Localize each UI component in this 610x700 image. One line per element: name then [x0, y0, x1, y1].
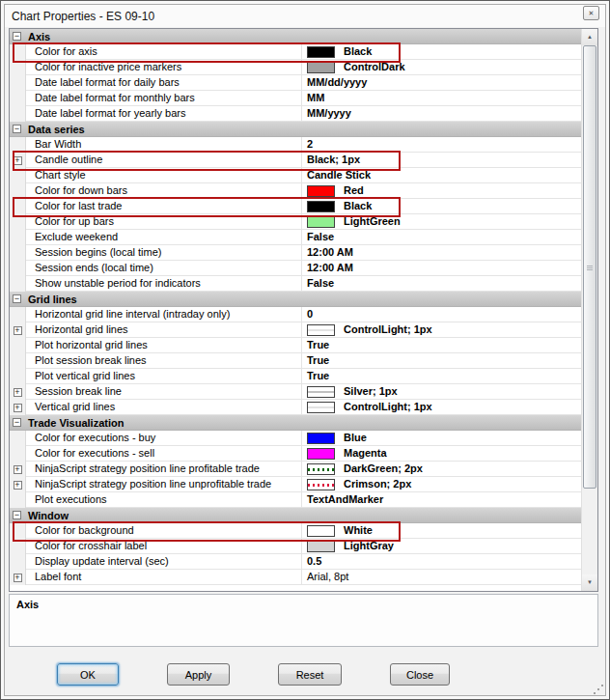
row-indent: [10, 307, 26, 322]
property-value[interactable]: Candle Stick: [302, 168, 581, 183]
property-row[interactable]: Color for down barsRed: [10, 183, 581, 199]
section-header-data-series[interactable]: −Data series: [10, 122, 581, 137]
expand-icon[interactable]: +: [14, 465, 22, 474]
property-row[interactable]: +Candle outlineBlack; 1px: [10, 153, 581, 168]
expand-icon[interactable]: +: [14, 481, 22, 490]
property-value[interactable]: LightGray: [302, 539, 581, 554]
property-row[interactable]: +NinjaScript strategy position line prof…: [10, 462, 581, 477]
property-value[interactable]: 2: [302, 137, 581, 153]
property-row[interactable]: Plot horizontal grid linesTrue: [10, 338, 581, 353]
collapse-icon[interactable]: −: [13, 418, 21, 427]
property-row[interactable]: Session ends (local time)12:00 AM: [10, 261, 581, 276]
property-value-text: Black: [344, 44, 372, 59]
property-value[interactable]: Crimson; 2px: [302, 477, 581, 492]
section-header-axis[interactable]: −Axis: [10, 29, 581, 44]
property-value[interactable]: True: [302, 338, 581, 353]
property-row[interactable]: Color for executions - buyBlue: [10, 431, 581, 446]
property-row[interactable]: Plot executionsTextAndMarker: [10, 492, 581, 508]
reset-button[interactable]: Reset: [278, 663, 342, 686]
property-row[interactable]: Bar Width2: [10, 137, 581, 153]
property-value[interactable]: Black: [302, 199, 581, 214]
property-row[interactable]: Plot session break linesTrue: [10, 353, 581, 369]
property-value-text: 0: [307, 307, 313, 322]
property-value[interactable]: Black; 1px: [302, 153, 581, 168]
property-name: Date label format for daily bars: [26, 75, 302, 91]
property-value[interactable]: DarkGreen; 2px: [302, 462, 581, 477]
property-value[interactable]: Black: [302, 44, 581, 60]
property-row[interactable]: Plot vertical grid linesTrue: [10, 369, 581, 384]
property-row[interactable]: Exclude weekendFalse: [10, 230, 581, 245]
property-value-text: True: [307, 369, 329, 383]
section-header-trade-visualization[interactable]: −Trade Visualization: [10, 415, 581, 431]
property-row[interactable]: Color for executions - sellMagenta: [10, 446, 581, 462]
property-row[interactable]: Color for inactive price markersControlD…: [10, 60, 581, 75]
property-row[interactable]: Session begins (local time)12:00 AM: [10, 245, 581, 261]
property-value[interactable]: Silver; 1px: [302, 384, 581, 400]
vertical-scrollbar[interactable]: ▲ ▼: [581, 29, 597, 591]
property-value[interactable]: White: [302, 523, 581, 539]
property-value[interactable]: False: [302, 276, 581, 292]
property-row[interactable]: Display update interval (sec)0.5: [10, 554, 581, 570]
property-value[interactable]: MM/yyyy: [302, 106, 581, 122]
property-row[interactable]: +NinjaScript strategy position line unpr…: [10, 477, 581, 492]
property-row[interactable]: +Session break lineSilver; 1px: [10, 384, 581, 400]
collapse-icon[interactable]: −: [13, 511, 21, 519]
close-dialog-button[interactable]: Close: [390, 663, 450, 686]
property-row[interactable]: Show unstable period for indicatorsFalse: [10, 276, 581, 292]
property-value[interactable]: True: [302, 369, 581, 384]
property-row[interactable]: Color for axisBlack: [10, 44, 581, 60]
property-name: Color for crosshair label: [26, 539, 302, 554]
expand-icon[interactable]: +: [14, 404, 22, 412]
section-header-window[interactable]: −Window: [10, 508, 581, 523]
property-value[interactable]: 0: [302, 307, 581, 322]
scroll-up-button[interactable]: ▲: [582, 29, 597, 45]
property-value[interactable]: ControlDark: [302, 60, 581, 75]
expand-icon[interactable]: +: [14, 156, 22, 165]
property-row[interactable]: +Label fontArial, 8pt: [10, 570, 581, 585]
scroll-down-button[interactable]: ▼: [582, 574, 597, 591]
resize-grip-icon[interactable]: [594, 685, 603, 694]
property-value[interactable]: LightGreen: [302, 214, 581, 230]
property-value[interactable]: 0.5: [302, 554, 581, 570]
property-row[interactable]: Color for crosshair labelLightGray: [10, 539, 581, 554]
property-value[interactable]: TextAndMarker: [302, 492, 581, 508]
row-indent: +: [10, 477, 26, 492]
property-row[interactable]: Color for backgroundWhite: [10, 523, 581, 539]
property-value[interactable]: 12:00 AM: [302, 245, 581, 261]
property-value[interactable]: Arial, 8pt: [302, 570, 581, 585]
property-row[interactable]: Color for up barsLightGreen: [10, 214, 581, 230]
ok-button[interactable]: OK: [57, 663, 119, 686]
close-button[interactable]: ✕: [583, 6, 599, 20]
collapse-icon[interactable]: −: [13, 294, 21, 303]
property-value[interactable]: False: [302, 230, 581, 245]
property-row[interactable]: Chart styleCandle Stick: [10, 168, 581, 183]
property-row[interactable]: Date label format for yearly barsMM/yyyy: [10, 106, 581, 122]
property-row[interactable]: Date label format for daily barsMM/dd/yy…: [10, 75, 581, 91]
property-value-text: Magenta: [344, 446, 387, 461]
section-header-grid-lines[interactable]: −Grid lines: [10, 292, 581, 307]
property-row[interactable]: Horizontal grid line interval (intraday …: [10, 307, 581, 322]
collapse-icon[interactable]: −: [13, 125, 21, 133]
property-value[interactable]: MM: [302, 91, 581, 106]
property-row[interactable]: +Horizontal grid linesControlLight; 1px: [10, 322, 581, 338]
collapse-icon[interactable]: −: [13, 32, 21, 41]
expand-icon[interactable]: +: [14, 388, 22, 397]
property-value[interactable]: MM/dd/yyyy: [302, 75, 581, 91]
scrollbar-thumb[interactable]: [583, 45, 596, 489]
property-value[interactable]: ControlLight; 1px: [302, 322, 581, 338]
expand-icon[interactable]: +: [14, 574, 22, 582]
property-value[interactable]: Blue: [302, 431, 581, 446]
color-swatch: [307, 201, 335, 212]
expand-icon[interactable]: +: [14, 326, 22, 335]
apply-button[interactable]: Apply: [167, 663, 230, 686]
property-value[interactable]: Magenta: [302, 446, 581, 462]
property-row[interactable]: Color for last tradeBlack: [10, 199, 581, 214]
property-value[interactable]: True: [302, 353, 581, 369]
property-value-text: 0.5: [307, 554, 321, 569]
property-row[interactable]: Date label format for monthly barsMM: [10, 91, 581, 106]
property-row[interactable]: +Vertical grid linesControlLight; 1px: [10, 400, 581, 415]
property-value-text: ControlLight; 1px: [344, 322, 432, 337]
property-value[interactable]: 12:00 AM: [302, 261, 581, 276]
property-value[interactable]: Red: [302, 183, 581, 199]
property-value[interactable]: ControlLight; 1px: [302, 400, 581, 415]
